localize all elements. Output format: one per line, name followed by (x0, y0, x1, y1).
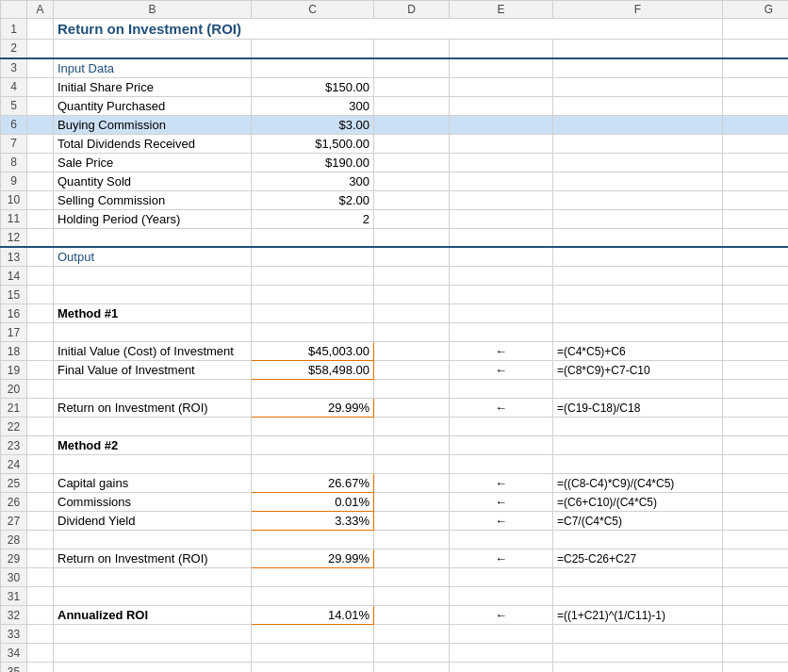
cell-g27[interactable] (723, 512, 789, 531)
cell-g12[interactable] (723, 228, 789, 247)
cell-a16[interactable] (27, 304, 54, 323)
cell-e12[interactable] (450, 228, 553, 247)
cell-b4[interactable]: Initial Share Price (54, 77, 252, 96)
cell-e6[interactable] (450, 115, 553, 134)
cell-g24[interactable] (723, 455, 789, 474)
cell-e20[interactable] (450, 380, 553, 399)
cell-g14[interactable] (723, 267, 789, 286)
cell-c28[interactable] (252, 531, 374, 549)
cell-g6[interactable] (723, 115, 789, 134)
cell-b27[interactable]: Dividend Yield (54, 512, 252, 531)
cell-c12[interactable] (252, 228, 374, 247)
cell-d24[interactable] (374, 455, 450, 474)
cell-f17[interactable] (553, 323, 723, 342)
cell-b21[interactable]: Return on Investment (ROI) (54, 399, 252, 418)
cell-b32[interactable]: Annualized ROI (54, 606, 252, 625)
cell-f10[interactable] (553, 190, 723, 209)
cell-d7[interactable] (374, 134, 450, 153)
col-header-c[interactable]: C (252, 1, 374, 19)
cell-b20[interactable] (54, 380, 252, 399)
cell-c8[interactable]: $190.00 (252, 153, 374, 172)
cell-a26[interactable] (27, 493, 54, 512)
cell-a5[interactable] (27, 96, 54, 115)
cell-f8[interactable] (553, 153, 723, 172)
cell-e22[interactable] (450, 418, 553, 436)
cell-c35[interactable] (252, 663, 374, 673)
cell-f19[interactable]: =(C8*C9)+C7-C10 (553, 361, 723, 380)
cell-b9[interactable]: Quantity Sold (54, 172, 252, 190)
cell-a35[interactable] (27, 663, 54, 673)
cell-c11[interactable]: 2 (252, 209, 374, 228)
cell-b17[interactable] (54, 323, 252, 342)
cell-g25[interactable] (723, 474, 789, 493)
cell-e9[interactable] (450, 172, 553, 190)
cell-g17[interactable] (723, 323, 789, 342)
cell-e2[interactable] (450, 40, 553, 58)
cell-e7[interactable] (450, 134, 553, 153)
cell-a15[interactable] (27, 286, 54, 304)
cell-f31[interactable] (553, 587, 723, 606)
cell-g28[interactable] (723, 531, 789, 549)
cell-c14[interactable] (252, 267, 374, 286)
cell-b30[interactable] (54, 568, 252, 587)
cell-a9[interactable] (27, 172, 54, 190)
col-header-b[interactable]: B (54, 1, 252, 19)
cell-c13[interactable] (252, 247, 374, 267)
cell-b10[interactable]: Selling Commission (54, 190, 252, 209)
cell-e31[interactable] (450, 587, 553, 606)
cell-e17[interactable] (450, 323, 553, 342)
cell-f35[interactable] (553, 663, 723, 673)
cell-e15[interactable] (450, 286, 553, 304)
cell-f11[interactable] (553, 209, 723, 228)
cell-d28[interactable] (374, 531, 450, 549)
cell-e35[interactable] (450, 663, 553, 673)
cell-f13[interactable] (553, 247, 723, 267)
cell-f24[interactable] (553, 455, 723, 474)
cell-g34[interactable] (723, 644, 789, 663)
cell-f14[interactable] (553, 267, 723, 286)
cell-a12[interactable] (27, 228, 54, 247)
cell-d20[interactable] (374, 380, 450, 399)
cell-f3[interactable] (553, 58, 723, 78)
cell-a20[interactable] (27, 380, 54, 399)
cell-b19[interactable]: Final Value of Investment (54, 361, 252, 380)
cell-f12[interactable] (553, 228, 723, 247)
cell-d33[interactable] (374, 625, 450, 644)
cell-d5[interactable] (374, 96, 450, 115)
cell-b1[interactable]: Return on Investment (ROI) (54, 19, 723, 40)
cell-b8[interactable]: Sale Price (54, 153, 252, 172)
cell-d32[interactable] (374, 606, 450, 625)
cell-b14[interactable] (54, 267, 252, 286)
cell-a33[interactable] (27, 625, 54, 644)
cell-g19[interactable] (723, 361, 789, 380)
cell-d19[interactable] (374, 361, 450, 380)
cell-c3[interactable] (252, 58, 374, 78)
cell-d35[interactable] (374, 663, 450, 673)
cell-d18[interactable] (374, 342, 450, 361)
cell-f20[interactable] (553, 380, 723, 399)
cell-g5[interactable] (723, 96, 789, 115)
cell-b7[interactable]: Total Dividends Received (54, 134, 252, 153)
cell-g11[interactable] (723, 209, 789, 228)
cell-c21[interactable]: 29.99% (252, 399, 374, 418)
cell-c20[interactable] (252, 380, 374, 399)
cell-g30[interactable] (723, 568, 789, 587)
cell-e5[interactable] (450, 96, 553, 115)
cell-a8[interactable] (27, 153, 54, 172)
cell-b33[interactable] (54, 625, 252, 644)
cell-a22[interactable] (27, 418, 54, 436)
cell-f34[interactable] (553, 644, 723, 663)
cell-d11[interactable] (374, 209, 450, 228)
cell-d12[interactable] (374, 228, 450, 247)
cell-d13[interactable] (374, 247, 450, 267)
col-header-f[interactable]: F (553, 1, 723, 19)
cell-f27[interactable]: =C7/(C4*C5) (553, 512, 723, 531)
cell-c7[interactable]: $1,500.00 (252, 134, 374, 153)
cell-b16[interactable]: Method #1 (54, 304, 252, 323)
cell-e23[interactable] (450, 436, 553, 455)
cell-b6[interactable]: Buying Commission (54, 115, 252, 134)
cell-g3[interactable] (723, 58, 789, 78)
cell-a7[interactable] (27, 134, 54, 153)
cell-e28[interactable] (450, 531, 553, 549)
cell-g16[interactable] (723, 304, 789, 323)
